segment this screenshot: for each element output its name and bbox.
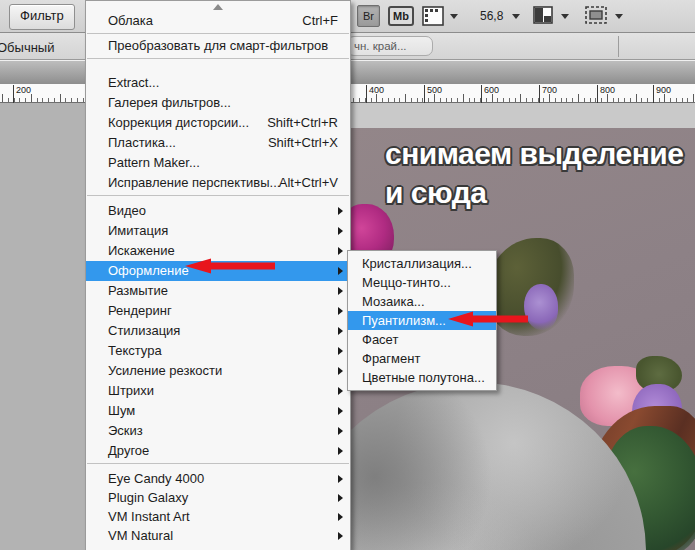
menu-item-label: Пуантилизм... (362, 313, 446, 328)
menu-item-label: Преобразовать для смарт-фильтров (108, 38, 328, 53)
menu-item-label: Имитация (108, 223, 168, 238)
menu-item-brush-strokes[interactable]: Штрихи (86, 381, 350, 401)
menu-item-video[interactable]: Видео (86, 201, 350, 221)
bridge-button[interactable]: Br (357, 5, 380, 27)
red-arrow-pixelate (183, 257, 277, 275)
menu-item-texture[interactable]: Текстура (86, 341, 350, 361)
filter-menu-button[interactable]: Фильтр (9, 4, 75, 30)
menu-separator (87, 33, 349, 34)
zoom-level-value[interactable]: 56,8 (480, 9, 503, 23)
menu-item-artistic[interactable]: Имитация (86, 221, 350, 241)
filter-dropdown-menu: Облака Ctrl+F Преобразовать для смарт-фи… (85, 0, 351, 550)
menu-item-vm-toolbox[interactable]: VM Toolbox (86, 545, 350, 550)
submenu-arrow-icon (338, 447, 343, 455)
menu-item-blur[interactable]: Размытие (86, 281, 350, 301)
menu-item-label: Другое (108, 443, 149, 458)
menu-item-filter-gallery[interactable]: Галерея фильтров... (86, 93, 350, 113)
screen-mode-icon[interactable] (585, 6, 607, 28)
menu-item-vm-natural[interactable]: VM Natural (86, 526, 350, 545)
menu-item-label: Галерея фильтров... (108, 95, 231, 110)
menu-item-label: Штрихи (108, 383, 154, 398)
menu-shortcut: Shift+Ctrl+X (268, 133, 338, 153)
submenu-arrow-icon (338, 307, 343, 315)
ruler-label: 800 (600, 85, 615, 95)
submenu-item-mezzotint[interactable]: Меццо-тинто... (348, 273, 496, 292)
menu-item-label: Цветные полутона... (362, 370, 485, 385)
arrange-documents-icon[interactable] (533, 6, 553, 28)
menu-item-label: Облака (108, 13, 153, 28)
menu-item-label: Pattern Maker... (108, 155, 200, 170)
submenu-arrow-icon (338, 367, 343, 375)
caption-line-2: и сюда (385, 173, 683, 212)
menu-item-label: VM Natural (108, 528, 173, 543)
menu-item-stylize[interactable]: Стилизация (86, 321, 350, 341)
arrange-dropdown-arrow-icon[interactable] (561, 14, 569, 19)
caption-line-1: снимаем выделение (385, 134, 683, 173)
filmstrip-dropdown-arrow-icon[interactable] (450, 14, 458, 19)
menu-item-label: Меццо-тинто... (362, 275, 451, 290)
menu-item-label: Видео (108, 203, 146, 218)
menu-item-sharpen[interactable]: Усиление резкости (86, 361, 350, 381)
menu-item-convert-smart-filters[interactable]: Преобразовать для смарт-фильтров (86, 36, 350, 56)
menu-item-noise[interactable]: Шум (86, 401, 350, 421)
submenu-item-mosaic[interactable]: Мозаика... (348, 292, 496, 311)
submenu-arrow-icon (338, 532, 343, 540)
menu-item-eye-candy[interactable]: Eye Candy 4000 (86, 469, 350, 488)
menu-item-label: Plugin Galaxy (108, 490, 188, 505)
ruler-label: 700 (542, 85, 557, 95)
menu-item-label: Размытие (108, 283, 168, 298)
menu-item-label: Extract... (108, 75, 159, 90)
menu-shortcut: Ctrl+F (302, 11, 338, 31)
menu-item-extract[interactable]: Extract... (86, 73, 350, 93)
menu-item-label: Рендеринг (108, 303, 172, 318)
menu-item-label: Фасет (362, 332, 398, 347)
menu-item-pattern-maker[interactable]: Pattern Maker... (86, 153, 350, 173)
zoom-dropdown-arrow-icon[interactable] (512, 14, 520, 19)
filmstrip-icon[interactable] (422, 6, 444, 30)
menu-item-clouds[interactable]: Облака Ctrl+F (86, 11, 350, 31)
menu-item-lens-correction[interactable]: Коррекция дисторсии... Shift+Ctrl+R (86, 113, 350, 133)
menu-item-plugin-galaxy[interactable]: Plugin Galaxy (86, 488, 350, 507)
screen-mode-dropdown-arrow-icon[interactable] (615, 14, 623, 19)
menu-item-label: Усиление резкости (108, 363, 222, 378)
menu-item-render[interactable]: Рендеринг (86, 301, 350, 321)
menu-item-vm-instant-art[interactable]: VM Instant Art (86, 507, 350, 526)
menu-item-label: Оформление (108, 263, 189, 278)
menu-item-other[interactable]: Другое (86, 441, 350, 461)
menu-item-label: Кристаллизация... (362, 256, 472, 271)
menu-separator (87, 463, 349, 464)
menu-item-label: Eye Candy 4000 (108, 471, 204, 486)
submenu-arrow-icon (338, 247, 343, 255)
submenu-item-color-halftone[interactable]: Цветные полутона... (348, 368, 496, 387)
photoshop-window: Фильтр Br Mb 56,8 (0, 0, 695, 550)
menu-scroll-up-icon[interactable] (213, 4, 223, 10)
ruler-label: 900 (656, 85, 671, 95)
menu-item-sketch[interactable]: Эскиз (86, 421, 350, 441)
menu-item-label: Текстура (108, 343, 162, 358)
blend-mode-value[interactable]: Обычный (0, 40, 54, 55)
submenu-arrow-icon (338, 475, 343, 483)
submenu-arrow-icon (338, 267, 343, 275)
menu-shortcut: Shift+Ctrl+R (267, 113, 338, 133)
menu-item-label: Мозаика... (362, 294, 425, 309)
ruler-label: 400 (369, 85, 384, 95)
menu-item-label: Коррекция дисторсии... (108, 115, 249, 130)
menu-item-label: Эскиз (108, 423, 143, 438)
refine-edge-button[interactable]: чн. край... (347, 36, 433, 56)
menu-item-label: Пластика... (108, 135, 176, 150)
submenu-item-fragment[interactable]: Фрагмент (348, 349, 496, 368)
menu-item-liquify[interactable]: Пластика... Shift+Ctrl+X (86, 133, 350, 153)
submenu-item-facet[interactable]: Фасет (348, 330, 496, 349)
submenu-arrow-icon (338, 387, 343, 395)
submenu-arrow-icon (338, 513, 343, 521)
red-arrow-pointillize (446, 310, 530, 328)
menu-item-vanishing-point[interactable]: Исправление перспективы... Alt+Ctrl+V (86, 173, 350, 193)
mini-bridge-button[interactable]: Mb (388, 6, 414, 26)
menu-separator (87, 58, 349, 59)
submenu-arrow-icon (338, 287, 343, 295)
submenu-item-crystallize[interactable]: Кристаллизация... (348, 254, 496, 273)
menu-item-label: Шум (108, 403, 135, 418)
menu-item-label: VM Instant Art (108, 509, 190, 524)
menu-item-label: Стилизация (108, 323, 180, 338)
submenu-arrow-icon (338, 427, 343, 435)
